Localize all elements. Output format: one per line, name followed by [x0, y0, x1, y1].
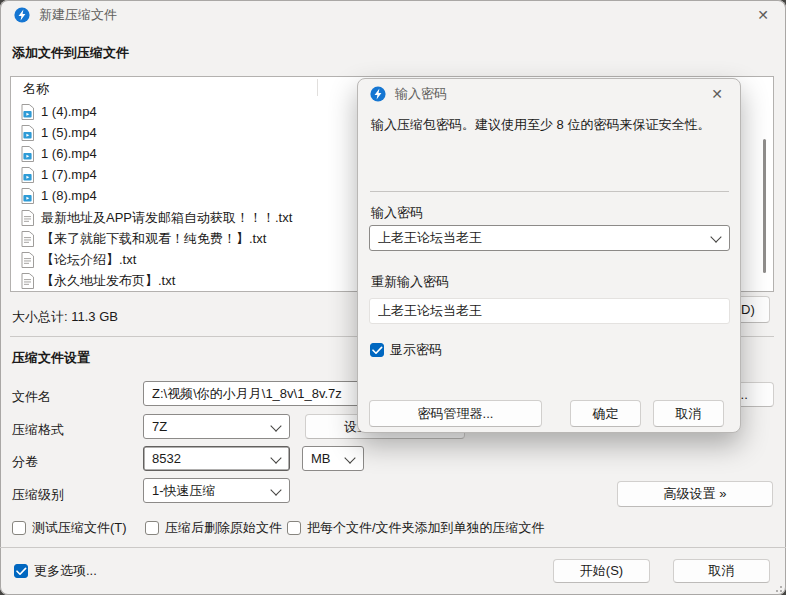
chevron-down-icon — [270, 452, 281, 463]
checkbox-box-checked[interactable] — [14, 564, 28, 578]
chevron-down-icon — [710, 231, 721, 242]
file-name: 最新地址及APP请发邮箱自动获取！！！.txt — [41, 209, 292, 227]
level-label: 压缩级别 — [12, 486, 64, 504]
file-name: 1 (7).mp4 — [41, 167, 97, 182]
checkbox-label: 测试压缩文件(T) — [32, 519, 127, 537]
password-manager-button[interactable]: 密码管理器... — [369, 400, 542, 427]
checkbox-box[interactable] — [287, 521, 301, 535]
video-file-icon — [21, 188, 34, 204]
show-password-checkbox[interactable]: 显示密码 — [370, 341, 442, 359]
column-header-name[interactable]: 名称 — [23, 80, 49, 98]
password-value: 上老王论坛当老王 — [378, 229, 482, 247]
password-combobox[interactable]: 上老王论坛当老王 — [369, 225, 730, 251]
text-file-icon — [21, 210, 34, 226]
enter-password-dialog: 输入密码 ✕ 输入压缩包密码。建议使用至少 8 位的密码来保证安全性。 输入密码… — [357, 78, 741, 433]
checkbox-test-archive[interactable]: 测试压缩文件(T) — [12, 519, 127, 537]
volume-size-select[interactable]: 8532 — [143, 446, 290, 471]
window-title: 新建压缩文件 — [39, 6, 117, 24]
size-total-text: 大小总计: 11.3 GB — [12, 308, 118, 326]
file-name: 1 (6).mp4 — [41, 146, 97, 161]
checkbox-box[interactable] — [145, 521, 159, 535]
video-file-icon — [21, 125, 34, 141]
chevron-down-icon — [270, 484, 281, 495]
password-description: 输入压缩包密码。建议使用至少 8 位的密码来保证安全性。 — [371, 115, 727, 135]
format-select[interactable]: 7Z — [143, 414, 290, 439]
ok-button[interactable]: 确定 — [570, 400, 641, 427]
start-button[interactable]: 开始(S) — [553, 559, 650, 583]
footer-divider — [0, 547, 786, 548]
resize-grip[interactable] — [772, 582, 782, 592]
level-value: 1-快速压缩 — [152, 482, 216, 500]
checkbox-box-checked[interactable] — [370, 343, 384, 357]
dialog-cancel-button[interactable]: 取消 — [653, 400, 724, 427]
format-label: 压缩格式 — [12, 421, 64, 439]
confirm-password-label: 重新输入密码 — [371, 273, 449, 291]
new-archive-window: 新建压缩文件 ✕ 添加文件到压缩文件 名称 1 (4).mp4 1 (5).mp… — [0, 0, 786, 595]
volume-unit-value: MB — [311, 451, 331, 466]
column-divider[interactable] — [317, 79, 318, 96]
level-select[interactable]: 1-快速压缩 — [143, 478, 290, 503]
app-logo-icon — [14, 7, 30, 23]
text-file-icon — [21, 252, 34, 268]
dialog-divider — [370, 191, 729, 192]
volume-unit-select[interactable]: MB — [302, 446, 364, 471]
chevron-down-icon — [270, 420, 281, 431]
checkbox-label: 把每个文件/文件夹添加到单独的压缩文件 — [307, 519, 545, 537]
list-scrollbar[interactable] — [763, 139, 766, 273]
video-file-icon — [21, 167, 34, 183]
filename-label: 文件名 — [12, 388, 51, 406]
cancel-button[interactable]: 取消 — [673, 559, 770, 583]
more-options-label: 更多选项... — [34, 562, 97, 580]
section-add-files-title: 添加文件到压缩文件 — [12, 44, 129, 62]
format-value: 7Z — [152, 419, 167, 434]
chevron-down-icon — [344, 452, 355, 463]
dialog-titlebar: 输入密码 ✕ — [358, 79, 740, 109]
file-name: 【永久地址发布页】.txt — [41, 272, 175, 290]
checkbox-label: 压缩后删除原始文件 — [165, 519, 282, 537]
confirm-password-input[interactable] — [369, 298, 730, 324]
app-logo-icon — [370, 86, 386, 102]
more-options-checkbox[interactable]: 更多选项... — [14, 562, 97, 580]
volume-size-value: 8532 — [152, 451, 181, 466]
main-titlebar: 新建压缩文件 ✕ — [0, 0, 786, 30]
file-name: 1 (4).mp4 — [41, 104, 97, 119]
video-file-icon — [21, 146, 34, 162]
text-file-icon — [21, 231, 34, 247]
dialog-title: 输入密码 — [395, 85, 447, 103]
checkbox-delete-originals[interactable]: 压缩后删除原始文件 — [145, 519, 282, 537]
file-name: 【论坛介绍】.txt — [41, 251, 136, 269]
password-label: 输入密码 — [371, 204, 423, 222]
close-icon[interactable]: ✕ — [748, 3, 778, 27]
checkbox-separate-archives[interactable]: 把每个文件/文件夹添加到单独的压缩文件 — [287, 519, 545, 537]
file-name: 1 (5).mp4 — [41, 125, 97, 140]
section-archive-settings-title: 压缩文件设置 — [12, 349, 90, 367]
video-file-icon — [21, 104, 34, 120]
dialog-close-icon[interactable]: ✕ — [702, 82, 732, 106]
file-name: 【来了就能下载和观看！纯免费！】.txt — [41, 230, 266, 248]
file-name: 1 (8).mp4 — [41, 188, 97, 203]
show-password-label: 显示密码 — [390, 341, 442, 359]
advanced-settings-button[interactable]: 高级设置 » — [617, 481, 773, 507]
text-file-icon — [21, 273, 34, 289]
checkbox-box[interactable] — [12, 521, 26, 535]
volume-label: 分卷 — [12, 453, 38, 471]
